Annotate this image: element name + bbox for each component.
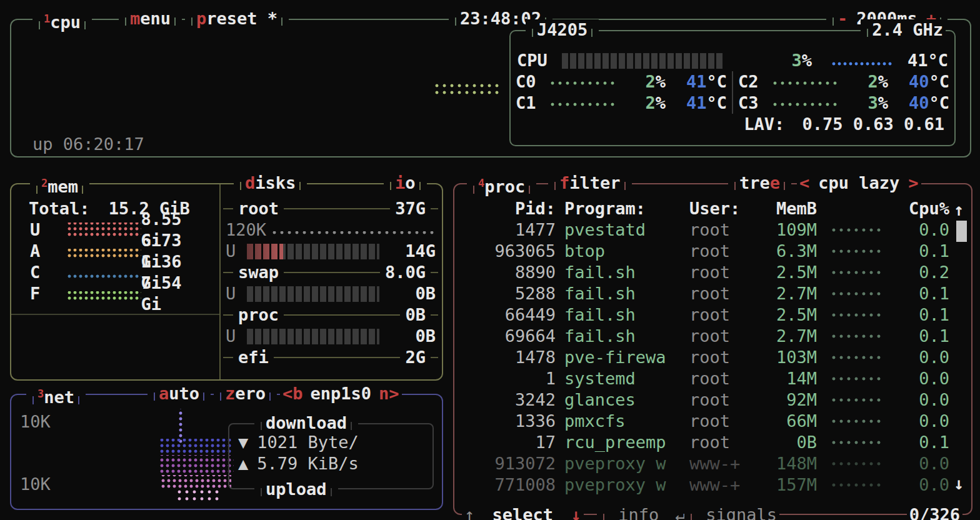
lav-values: 0.75 0.63 0.61: [802, 114, 944, 134]
process-mem: 157M: [754, 474, 817, 496]
process-pid: 913072: [463, 453, 556, 474]
sort-selector[interactable]: <cpu lazy>: [797, 172, 921, 194]
net-scale-bottom: 10K: [20, 474, 51, 495]
interval-decrease-button[interactable]: -: [838, 9, 848, 28]
download-arrow-icon: ▼: [238, 432, 248, 453]
process-row[interactable]: 17 rcu_preemp root 0B 0.1: [454, 432, 971, 453]
process-row[interactable]: 963065 btop root 6.3M 0.1: [454, 241, 971, 262]
tree-toggle[interactable]: tree: [728, 172, 791, 194]
info-button[interactable]: info ↵: [597, 504, 688, 520]
col-program[interactable]: Program:: [564, 198, 689, 219]
col-user[interactable]: User:: [689, 198, 754, 219]
sort-prev-button[interactable]: <: [799, 173, 809, 192]
process-row[interactable]: 771008 pveproxy w www-+ 157M 0.0: [454, 474, 971, 496]
net-interface-switcher[interactable]: <benp1s0n>: [280, 383, 402, 404]
process-user: root: [689, 262, 754, 283]
menu-label: enu: [140, 9, 171, 28]
bracket: [455, 18, 456, 26]
disk-used-label: U: [226, 241, 247, 262]
select-down-arrow[interactable]: ↓: [571, 505, 581, 520]
disk-proc-used-row: U 0B: [221, 326, 441, 347]
bracket: [624, 182, 626, 190]
col-pid[interactable]: Pid:: [463, 198, 556, 219]
process-row[interactable]: 1336 pmxcfs root 66M 0.0: [454, 411, 971, 432]
disk-name: root: [233, 198, 284, 219]
filter-button[interactable]: filter: [548, 172, 632, 194]
process-pid: 3242: [463, 389, 556, 411]
bracket: [529, 186, 530, 194]
process-cpu-graph: [832, 289, 884, 299]
net-auto-toggle[interactable]: auto: [148, 383, 211, 404]
bracket: [154, 392, 155, 401]
bracket: [32, 396, 34, 404]
iface-next-button[interactable]: n>: [379, 384, 399, 403]
core-name: C3: [738, 92, 773, 114]
disk-used-value: 14G: [405, 241, 436, 262]
core-name: C1: [516, 92, 551, 114]
col-cpu[interactable]: Cpu%: [897, 198, 949, 219]
process-row[interactable]: 1477 pvestatd root 109M 0.0: [454, 219, 971, 241]
process-pid: 1: [463, 368, 556, 389]
disk-proc-header: proc 0B: [221, 304, 441, 326]
disk-used-value: 0B: [415, 326, 436, 347]
process-pid: 1478: [463, 347, 556, 368]
scroll-down-arrow[interactable]: ↓: [954, 473, 964, 494]
disk-size: 37G: [390, 198, 431, 219]
process-cpu-graph: [832, 226, 884, 235]
process-mem: 0B: [754, 432, 817, 453]
mem-row-key: F: [30, 283, 58, 304]
process-cpu: 0.0: [897, 347, 949, 368]
selected-count: 0/326: [909, 505, 960, 520]
iface-name: enp1s0: [311, 384, 372, 403]
mem-row-key: U: [30, 219, 58, 241]
process-row[interactable]: 3242 glances root 92M 0.0: [454, 389, 971, 411]
process-row[interactable]: 1478 pve-firewa root 103M 0.0: [454, 347, 971, 368]
core-c3: C3 3% 40°C: [732, 92, 954, 114]
proc-scrollbar-thumb[interactable]: [956, 221, 967, 242]
process-row[interactable]: 8890 fail.sh root 2.5M 0.2: [454, 262, 971, 283]
cpu-frequency: 2.4 GHz: [861, 19, 946, 41]
process-name: rcu_preemp: [564, 432, 689, 453]
process-row[interactable]: 913072 pveproxy w www-+ 148M 0.0: [454, 453, 971, 474]
sort-next-button[interactable]: >: [908, 173, 918, 192]
mem-row-key: A: [30, 241, 58, 262]
mem-free-graph: [68, 291, 141, 302]
upload-value: 5.79 KiB/s: [257, 453, 359, 474]
core-row-1: C0 2% 41°C C2 2% 40°C: [511, 71, 954, 92]
process-row[interactable]: 1 systemd root 14M 0.0: [454, 368, 971, 389]
btop-screen: 1cpu menu preset * 23:48:02 -2000ms+ up …: [0, 0, 980, 520]
preset-button[interactable]: preset *: [185, 8, 289, 29]
disk-swap-meter: [247, 286, 379, 302]
process-row[interactable]: 5288 fail.sh root 2.7M 0.1: [454, 283, 971, 304]
preset-label: reset *: [206, 9, 278, 28]
core-temp: 41°C: [666, 92, 727, 114]
bracket: [532, 29, 533, 37]
menu-button[interactable]: menu: [119, 8, 182, 29]
tab-net[interactable]: 3net: [26, 383, 86, 408]
filter-hotkey: f: [559, 173, 569, 192]
cpu-temp-graph: [832, 61, 892, 68]
bracket: [269, 392, 271, 401]
net-scale-top: 10K: [20, 411, 51, 432]
bracket: [832, 18, 834, 26]
process-row[interactable]: 69664 fail.sh root 2.7M 0.1: [454, 326, 971, 347]
zero-label: ero: [235, 384, 266, 403]
tab-cpu[interactable]: 1cpu: [32, 8, 92, 33]
bracket: [203, 392, 204, 401]
tab-proc[interactable]: 4proc: [467, 172, 536, 198]
cpu-tab-label: cpu: [50, 12, 81, 32]
signals-button[interactable]: signals: [684, 504, 779, 520]
cpu-hotkey: 1: [44, 12, 50, 25]
col-mem[interactable]: MemB: [754, 198, 817, 219]
process-user: root: [689, 283, 754, 304]
net-box: 3net auto zero <benp1s0n> 10K 10K downlo…: [10, 394, 443, 510]
net-zero-toggle[interactable]: zero: [214, 383, 277, 404]
process-name: fail.sh: [564, 326, 689, 347]
mem-divider: [11, 314, 219, 315]
iface-prev-button[interactable]: <b: [282, 384, 303, 403]
disk-root-header: root 37G: [221, 198, 441, 219]
process-row[interactable]: 66449 fail.sh root 2.5M 0.1: [454, 304, 971, 326]
select-up-arrow[interactable]: ↑: [464, 505, 474, 520]
process-pid: 69664: [463, 326, 556, 347]
process-cpu-graph: [832, 247, 884, 256]
